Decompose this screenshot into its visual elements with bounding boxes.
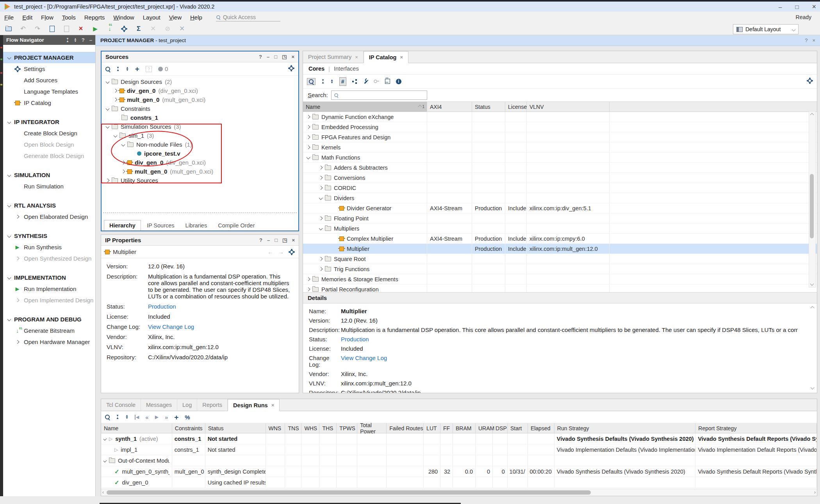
catalog-row-floating-point[interactable]: Floating Point (303, 213, 817, 224)
layout-selector[interactable]: Default Layout (733, 24, 799, 34)
column-header-name[interactable]: Name (101, 423, 172, 433)
column-header-whs[interactable]: WHS (301, 423, 319, 433)
column-header-dsp[interactable]: DSP (493, 423, 508, 433)
chevron-right-icon[interactable] (307, 277, 310, 281)
catalog-search-input[interactable] (331, 91, 427, 100)
horizontal-scrollbar[interactable]: ‹ › (101, 489, 817, 496)
sources-tab-libraries[interactable]: Libraries (180, 220, 212, 231)
chevron-down-icon[interactable] (7, 234, 11, 238)
column-header-axi4[interactable]: AXI4 (427, 102, 472, 112)
menu-window[interactable]: Window (109, 14, 138, 21)
subtab-cores[interactable]: Cores (308, 66, 324, 72)
open-project-icon[interactable] (5, 25, 12, 33)
design-run-row-impl-1[interactable]: ▷impl_1constrs_1Not startedVivado Implem… (101, 444, 817, 455)
menu-reports[interactable]: Reports (80, 14, 109, 21)
scroll-left-icon[interactable]: ‹ (102, 490, 104, 495)
column-header-status[interactable]: Status (472, 102, 505, 112)
property-value[interactable]: View Change Log (341, 355, 798, 368)
flow-item-run-synthesis[interactable]: ▶Run Synthesis (3, 241, 95, 253)
search-icon[interactable] (105, 67, 110, 71)
column-header-failed-routes[interactable]: Failed Routes (387, 423, 424, 433)
sources-tab-ip-sources[interactable]: IP Sources (142, 220, 180, 231)
flow-item-run-simulation[interactable]: Run Simulation (3, 181, 95, 192)
flow-section-header[interactable]: PROGRAM AND DEBUG (3, 314, 95, 325)
chevron-right-icon[interactable] (16, 340, 20, 344)
minimize-button[interactable]: – (779, 4, 782, 10)
flow-item-generate-bitstream[interactable]: ↓01Generate Bitstream (3, 325, 95, 336)
chevron-right-icon[interactable] (16, 257, 20, 261)
chevron-right-icon[interactable] (319, 186, 323, 190)
flow-section-header[interactable]: PROJECT MANAGER (3, 52, 95, 63)
menu-edit[interactable]: Edit (18, 14, 37, 21)
settings-gear-icon[interactable] (290, 250, 294, 254)
column-header-name[interactable]: Name1 (303, 102, 427, 112)
flow-item-open-elaborated-design[interactable]: Open Elaborated Design (3, 211, 95, 222)
catalog-row-square-root[interactable]: Square Root (303, 254, 817, 264)
minimize-panel-icon[interactable]: – (267, 54, 269, 60)
settings-gear-icon[interactable] (120, 25, 128, 33)
chevron-right-icon[interactable] (16, 215, 20, 219)
catalog-row-adders-subtracters[interactable]: Adders & Subtracters (303, 163, 817, 173)
tab-design-runs[interactable]: Design Runs× (228, 399, 280, 411)
create-runs-icon[interactable]: + (174, 413, 178, 421)
flow-item-language-templates[interactable]: Language Templates (3, 86, 95, 97)
scroll-up-icon[interactable] (810, 113, 814, 117)
maximize-panel-icon[interactable]: □ (275, 237, 278, 243)
chevron-down-icon[interactable] (319, 227, 323, 231)
chevron-right-icon[interactable] (319, 257, 323, 261)
undo-icon[interactable]: ↶ (19, 25, 27, 33)
collapse-all-icon[interactable]: ▼▲ (116, 415, 119, 419)
copy-icon[interactable] (62, 25, 70, 33)
chevron-down-icon[interactable] (106, 107, 110, 111)
device-icon[interactable] (385, 79, 390, 84)
catalog-row-embedded-processing[interactable]: Embedded Processing (303, 122, 817, 132)
help-icon[interactable]: ? (82, 37, 85, 43)
tab-reports[interactable]: Reports (197, 399, 228, 411)
chevron-down-icon[interactable] (103, 437, 107, 441)
column-header-tpws[interactable]: TPWS (337, 423, 357, 433)
column-header-run-strategy[interactable]: Run Strategy (554, 423, 696, 433)
chevron-down-icon[interactable] (7, 318, 11, 321)
flow-item-settings[interactable]: Settings (3, 63, 95, 75)
close-button[interactable]: × (812, 3, 816, 11)
collapse-all-icon[interactable]: ▼▲ (116, 67, 119, 71)
search-icon[interactable] (105, 415, 110, 419)
chevron-down-icon[interactable] (7, 204, 11, 208)
design-run-row-div-gen-0[interactable]: ✓div_gen_0Using cached IP results (101, 477, 817, 488)
settings-gear-icon[interactable] (289, 66, 293, 70)
menu-file[interactable]: File (0, 14, 18, 21)
catalog-row-dividers[interactable]: Dividers (303, 193, 817, 203)
tab-messages[interactable]: Messages (141, 399, 177, 411)
chevron-down-icon[interactable] (103, 459, 107, 463)
catalog-row-multipliers[interactable]: Multipliers (303, 224, 817, 234)
report-sum-icon[interactable]: Σ (135, 25, 143, 33)
float-panel-icon[interactable]: ◳ (282, 54, 287, 60)
maximize-button[interactable]: □ (795, 4, 799, 10)
redo-icon[interactable]: ↷ (34, 25, 41, 33)
chevron-right-icon[interactable] (307, 135, 310, 139)
scroll-right-icon[interactable]: › (814, 490, 816, 495)
close-tab-icon[interactable]: × (355, 54, 358, 60)
scrollbar-thumb[interactable] (107, 490, 591, 495)
chevron-down-icon[interactable] (7, 120, 11, 124)
catalog-row-conversions[interactable]: Conversions (303, 173, 817, 183)
sources-panel-header[interactable]: Sources ? – □ ◳ × (102, 51, 298, 62)
close-tab-icon[interactable]: × (400, 54, 403, 60)
column-header-vlnv[interactable]: VLNV (527, 102, 610, 112)
flow-section-header[interactable]: RTL ANALYSIS (3, 200, 95, 211)
menu-layout[interactable]: Layout (139, 14, 165, 21)
chevron-right-icon[interactable] (307, 146, 310, 149)
customize-ip-icon[interactable] (363, 79, 368, 84)
help-icon[interactable]: ? (259, 237, 262, 243)
chevron-down-icon[interactable] (7, 173, 11, 177)
help-icon[interactable]: ? (805, 37, 808, 43)
percent-icon[interactable]: % (185, 414, 190, 421)
source-tree-item[interactable]: div_gen_0 (div_gen_0.xci) (102, 86, 298, 95)
column-header-lut[interactable]: LUT (424, 423, 440, 433)
tab-project-summary[interactable]: Project Summary× (303, 51, 364, 63)
tab-log[interactable]: Log (177, 399, 197, 411)
tab-tcl-console[interactable]: Tcl Console (101, 399, 141, 411)
chevron-right-icon[interactable] (319, 176, 323, 180)
generate-bitstream-icon[interactable]: ↓01 (106, 25, 114, 33)
design-run-row-mult-gen-0-synth-1[interactable]: ✓mult_gen_0_synth_1mult_gen_0synth_desig… (101, 466, 817, 477)
